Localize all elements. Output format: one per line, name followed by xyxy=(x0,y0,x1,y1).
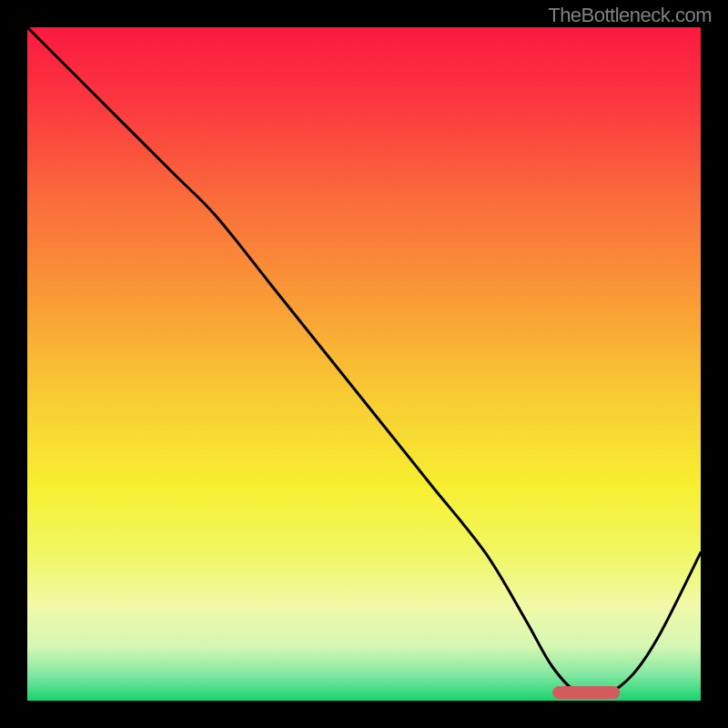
attribution-text: TheBottleneck.com xyxy=(548,4,712,27)
chart-plot-area xyxy=(27,27,701,701)
bottleneck-chart xyxy=(27,27,701,701)
optimal-marker xyxy=(552,686,620,699)
